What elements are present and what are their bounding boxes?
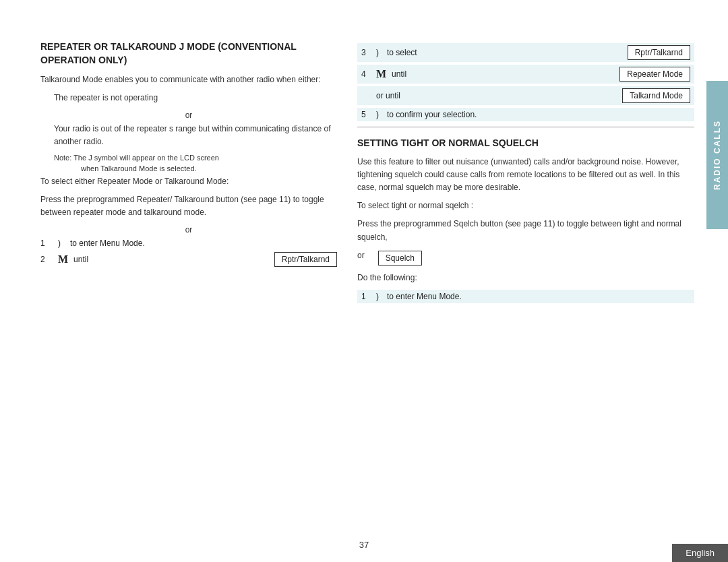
right-section-title-text: SETTING TIGHT OR NORMAL SQUELCH: [357, 137, 539, 148]
right-step3-paren: ): [376, 48, 383, 57]
right-step5-num: 5: [361, 110, 372, 119]
left-step2-num: 2: [40, 255, 54, 264]
right-step4-btn: Repeater Mode: [619, 67, 690, 82]
left-note-prefix: Note: The J symbol will appear on the LC…: [54, 154, 337, 162]
left-step2-m: M: [58, 253, 68, 266]
left-step1-num: 1: [40, 239, 54, 248]
left-column: REPEATER OR TALKAROUND J MODE (CONVENTIO…: [40, 40, 337, 522]
side-tab-label: RADIO CALLS: [712, 120, 722, 190]
right-step3-num: 3: [361, 48, 372, 57]
right-step3-text: to select: [387, 48, 624, 57]
right-para1: Use this feature to filter out nuisance …: [357, 156, 694, 195]
right-bottom-step1-text: to enter Menu Mode.: [387, 292, 690, 301]
right-do-following: Do the following:: [357, 272, 694, 284]
content-area: REPEATER OR TALKAROUND J MODE (CONVENTIO…: [40, 40, 694, 522]
left-step2-row: 2 M until Rptr/Talkarnd: [40, 252, 337, 267]
left-step1-text: to enter Menu Mode.: [70, 239, 337, 248]
right-step5-paren: ): [376, 110, 383, 119]
left-step2-until: until: [73, 255, 270, 264]
left-step1-row: 1 ) to enter Menu Mode.: [40, 239, 337, 248]
right-bottom-step1-row: 1 ) to enter Menu Mode.: [357, 290, 694, 303]
left-note-suffix: when Talkaround Mode is selected.: [81, 164, 337, 173]
left-para2: To select either Repeater Mode or Talkar…: [40, 175, 337, 188]
right-bottom-step1-paren: ): [376, 292, 383, 301]
left-bullet1: The repeater is not operating: [54, 92, 337, 104]
right-bottom-step1-num: 1: [361, 292, 372, 301]
right-step4-btn2: Talkarnd Mode: [622, 88, 690, 103]
left-or2: or: [40, 225, 337, 235]
right-column: 3 ) to select Rptr/Talkarnd 4 M until Re…: [357, 40, 694, 522]
left-section-title: REPEATER OR TALKAROUND J MODE (CONVENTIO…: [40, 40, 337, 67]
left-para1: Talkaround Mode enables you to communica…: [40, 73, 337, 86]
right-step4-row: 4 M until Repeater Mode: [357, 65, 694, 84]
right-step4-until: until: [392, 69, 615, 79]
right-para2-text: To select tight or normal sqelch :: [357, 201, 473, 210]
right-or-row: or Squelch: [357, 249, 694, 268]
english-label: English: [686, 548, 715, 558]
left-para3: Press the preprogrammed Repeater/ Talkar…: [40, 193, 337, 219]
english-tab: English: [672, 544, 728, 562]
left-step2-btn: Rptr/Talkarnd: [274, 252, 337, 267]
right-step4-num: 4: [361, 69, 372, 79]
right-section-title: SETTING TIGHT OR NORMAL SQUELCH: [357, 137, 694, 150]
right-step4-or-row: or until Talkarnd Mode: [357, 86, 694, 105]
page-number: 37: [359, 540, 369, 550]
left-step1-paren: ): [58, 239, 66, 248]
left-or1: or: [40, 111, 337, 120]
right-step3-btn: Rptr/Talkarnd: [628, 45, 690, 60]
right-or-text: or: [357, 249, 365, 262]
right-step4-or-spacer: [361, 91, 372, 100]
right-squelch-btn: Squelch: [378, 251, 422, 266]
right-para3: Press the preprogrammed Sqelch button (s…: [357, 218, 694, 243]
right-step5-text: to confirm your selection.: [387, 110, 690, 119]
radio-calls-tab: RADIO CALLS: [706, 81, 728, 229]
right-step4-or-text: or until: [376, 91, 618, 100]
left-bullet2: Your radio is out of the repeater s rang…: [54, 123, 337, 148]
right-step4-m: M: [376, 68, 386, 80]
section-divider: [357, 127, 694, 127]
right-para2: To select tight or normal sqelch :: [357, 199, 694, 212]
right-step5-row: 5 ) to confirm your selection.: [357, 108, 694, 121]
right-step3-row: 3 ) to select Rptr/Talkarnd: [357, 43, 694, 62]
